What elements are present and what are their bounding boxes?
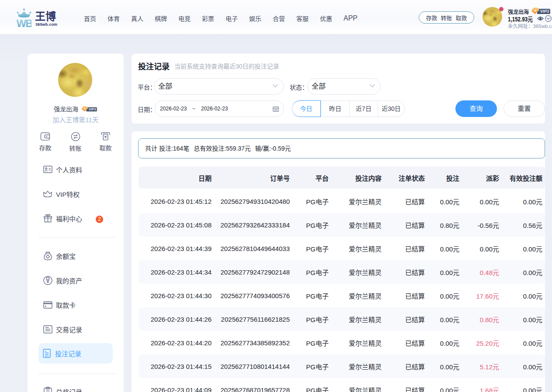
svg-text:VIP1: VIP1 <box>89 107 96 111</box>
svg-text:VIP1: VIP1 <box>540 9 549 14</box>
svg-text:WB: WB <box>17 17 31 28</box>
